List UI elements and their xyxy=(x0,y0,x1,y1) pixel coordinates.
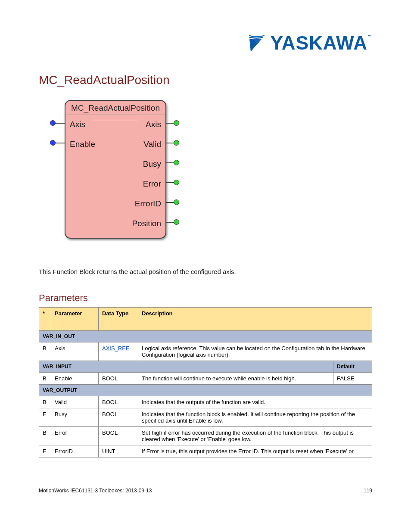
footer-left: MotionWorks IEC61131-3 Toolboxes: 2013-0… xyxy=(39,488,152,494)
output-port-icon xyxy=(174,180,179,185)
page-container: YASKAWA™ MC_ReadActualPosition MC_ReadAc… xyxy=(0,0,411,511)
cell-star: E xyxy=(39,408,51,427)
cell-desc: Indicates that the function block is ena… xyxy=(138,408,372,427)
output-port-icon xyxy=(174,160,179,165)
table-row: B Error BOOL Set high if error has occur… xyxy=(39,427,372,445)
col-header-description: Description xyxy=(138,308,372,331)
table-header-row: * Parameter Data Type Description xyxy=(39,308,372,331)
yaskawa-swoosh-icon xyxy=(246,33,267,53)
footer-page-number: 119 xyxy=(364,488,372,494)
cell-param: Error xyxy=(51,427,99,445)
fb-output-axis: Axis xyxy=(146,120,161,129)
cell-type: BOOL xyxy=(99,396,138,408)
axis-ref-link[interactable]: AXIS_REF xyxy=(102,345,129,352)
function-block-diagram: MC_ReadActualPosition Axis Axis Enable V… xyxy=(47,100,177,246)
port-connector xyxy=(55,143,65,143)
fb-header: MC_ReadActualPosition xyxy=(65,101,165,115)
cell-type: AXIS_REF xyxy=(99,342,138,361)
cell-star: B xyxy=(39,427,51,445)
description-text: This Function Block returns the actual p… xyxy=(39,268,372,275)
cell-desc: Logical axis reference. This value can b… xyxy=(138,342,372,361)
output-port-icon xyxy=(174,120,179,126)
section-var-output: VAR_OUTPUT xyxy=(39,385,372,396)
table-row: B Enable BOOL The function will continue… xyxy=(39,373,372,385)
cell-param: Busy xyxy=(51,408,99,427)
cell-default: FALSE xyxy=(333,373,372,385)
cell-desc: Indicates that the outputs of the functi… xyxy=(138,396,372,408)
cell-desc: If Error is true, this output provides t… xyxy=(138,445,372,457)
cell-param: Valid xyxy=(51,396,99,408)
fb-output-errorid: ErrorID xyxy=(135,199,161,208)
brand-name: YASKAWA™ xyxy=(271,32,372,54)
cell-star: B xyxy=(39,373,51,385)
section-label: VAR_OUTPUT xyxy=(39,385,372,396)
cell-type: BOOL xyxy=(99,373,138,385)
input-port-icon xyxy=(50,120,56,126)
section-label: VAR_IN_OUT xyxy=(39,331,372,342)
input-port-icon xyxy=(50,140,56,146)
cell-star: E xyxy=(39,445,51,457)
table-row: B Axis AXIS_REF Logical axis reference. … xyxy=(39,342,372,361)
output-port-icon xyxy=(174,199,179,205)
section-var-input: VAR_INPUT Default xyxy=(39,361,372,373)
fb-output-error: Error xyxy=(143,179,161,189)
cell-type: BOOL xyxy=(99,427,138,445)
table-row: E Busy BOOL Indicates that the function … xyxy=(39,408,372,427)
fb-output-valid: Valid xyxy=(143,140,161,149)
output-port-icon xyxy=(174,140,179,146)
page-title: MC_ReadActualPosition xyxy=(39,73,372,87)
cell-desc: The function will continue to execute wh… xyxy=(138,373,333,385)
cell-star: B xyxy=(39,342,51,361)
brand-name-text: YASKAWA xyxy=(271,32,367,53)
brand-logo: YASKAWA™ xyxy=(246,32,372,54)
function-block-box: MC_ReadActualPosition Axis Axis Enable V… xyxy=(65,100,166,239)
col-header-parameter: Parameter xyxy=(51,308,99,331)
table-row: B Valid BOOL Indicates that the outputs … xyxy=(39,396,372,408)
section-var-in-out: VAR_IN_OUT xyxy=(39,331,372,342)
fb-input-enable: Enable xyxy=(70,140,95,149)
cell-param: Axis xyxy=(51,342,99,361)
parameters-table: * Parameter Data Type Description VAR_IN… xyxy=(39,307,372,457)
cell-star: B xyxy=(39,396,51,408)
port-connector xyxy=(55,123,65,124)
output-port-icon xyxy=(174,219,179,225)
cell-param: Enable xyxy=(51,373,99,385)
cell-type: UINT xyxy=(99,445,138,457)
col-header-star: * xyxy=(39,308,51,331)
fb-output-busy: Busy xyxy=(143,159,161,169)
trademark-icon: ™ xyxy=(367,34,372,39)
parameters-heading: Parameters xyxy=(39,292,372,304)
cell-param: ErrorID xyxy=(51,445,99,457)
section-default-label: Default xyxy=(333,361,372,373)
fb-input-axis: Axis xyxy=(70,120,85,129)
table-row: E ErrorID UINT If Error is true, this ou… xyxy=(39,445,372,457)
fb-output-position: Position xyxy=(132,219,161,228)
cell-type: BOOL xyxy=(99,408,138,427)
page-footer: MotionWorks IEC61131-3 Toolboxes: 2013-0… xyxy=(39,488,372,494)
col-header-type: Data Type xyxy=(99,308,138,331)
section-label: VAR_INPUT xyxy=(39,361,333,373)
cell-desc: Set high if error has occurred during th… xyxy=(138,427,372,445)
